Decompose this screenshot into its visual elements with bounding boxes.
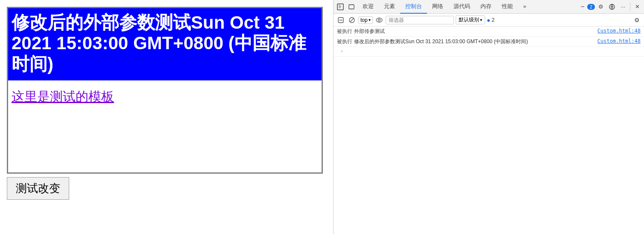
tab-console[interactable]: 控制台 [400, 0, 427, 14]
context-dropdown[interactable]: top ▾ [358, 16, 373, 24]
minus-icon[interactable]: − [579, 3, 586, 11]
more-options-icon[interactable]: ··· [618, 2, 628, 12]
eye-icon[interactable] [375, 15, 384, 25]
svg-rect-0 [337, 4, 343, 10]
svg-point-5 [376, 18, 382, 22]
console-error-count: ● 2 [487, 17, 495, 24]
tab-welcome[interactable]: 欢迎 [357, 0, 379, 14]
level-label: 默认级别 [459, 16, 479, 24]
svg-point-6 [378, 19, 380, 21]
filter-input[interactable] [386, 16, 454, 24]
tab-memory[interactable]: 内存 [475, 0, 497, 14]
tab-more[interactable]: » [518, 0, 531, 14]
tab-elements[interactable]: 元素 [379, 0, 400, 14]
devtools-panel: 欢迎 元素 控制台 网络 源代码 内存 性能 » − 2 ⚙ ··· ✕ [333, 0, 644, 234]
row-1-label: 被执行 [337, 38, 352, 45]
row-0-link[interactable]: Custom.html:48 [597, 28, 641, 34]
row-0-label: 被执行 [337, 28, 352, 35]
tab-sources[interactable]: 源代码 [448, 0, 475, 14]
devtools-secondary: top ▾ 默认级别 ▾ ● 2 ⚙ [334, 14, 644, 27]
close-icon[interactable]: ✕ [632, 2, 642, 12]
device-icon[interactable] [346, 2, 357, 12]
console-area: 被执行 外部传参测试 Custom.html:48 被执行 修改后的外部参数测试… [334, 27, 644, 234]
tab-performance[interactable]: 性能 [497, 0, 518, 14]
test-change-button[interactable]: 测试改变 [7, 177, 69, 200]
tab-network[interactable]: 网络 [427, 0, 448, 14]
inspect-icon[interactable] [335, 2, 345, 12]
remote-debug-icon[interactable] [607, 2, 617, 12]
console-row-0: 被执行 外部传参测试 Custom.html:48 [334, 27, 644, 37]
context-label: top [360, 17, 368, 23]
svg-rect-1 [349, 5, 354, 9]
console-settings-icon[interactable]: ⚙ [632, 15, 641, 25]
row-1-link[interactable]: Custom.html:48 [597, 38, 641, 44]
expand-arrow-icon[interactable]: › [337, 48, 343, 54]
badge-dot-icon: ● [487, 17, 490, 24]
blue-section: 修改后的外部参数测试Sun Oct 31 2021 15:03:00 GMT+0… [8, 8, 322, 80]
content-box: 修改后的外部参数测试Sun Oct 31 2021 15:03:00 GMT+0… [7, 7, 323, 174]
context-arrow: ▾ [369, 18, 371, 22]
template-link[interactable]: 这里是测试的模板 [12, 89, 114, 104]
main-text: 修改后的外部参数测试Sun Oct 31 2021 15:03:00 GMT+0… [12, 12, 318, 74]
toolbar-tabs: 欢迎 元素 控制台 网络 源代码 内存 性能 » [357, 0, 578, 14]
toolbar-right: − 2 ⚙ ··· ✕ [579, 2, 642, 12]
badge-number: 2 [492, 17, 495, 23]
settings-icon[interactable]: ⚙ [596, 2, 606, 12]
devtools-toolbar: 欢迎 元素 控制台 网络 源代码 内存 性能 » − 2 ⚙ ··· ✕ [334, 0, 644, 14]
error-badge: 2 [587, 4, 595, 10]
button-section: 测试改变 [7, 177, 326, 200]
link-section: 这里是测试的模板 [8, 80, 322, 111]
level-arrow: ▾ [480, 18, 482, 22]
row-1-content: 修改后的外部参数测试Sun Oct 31 2021 15:03:00 GMT+0… [354, 38, 596, 45]
console-row-expand: › [334, 47, 644, 56]
block-messages-icon[interactable] [336, 15, 345, 25]
clear-console-icon[interactable] [347, 15, 357, 25]
row-0-content: 外部传参测试 [354, 28, 596, 35]
browser-page: 修改后的外部参数测试Sun Oct 31 2021 15:03:00 GMT+0… [0, 0, 333, 234]
log-level-dropdown[interactable]: 默认级别 ▾ [456, 15, 485, 24]
console-row-1: 被执行 修改后的外部参数测试Sun Oct 31 2021 15:03:00 G… [334, 37, 644, 47]
